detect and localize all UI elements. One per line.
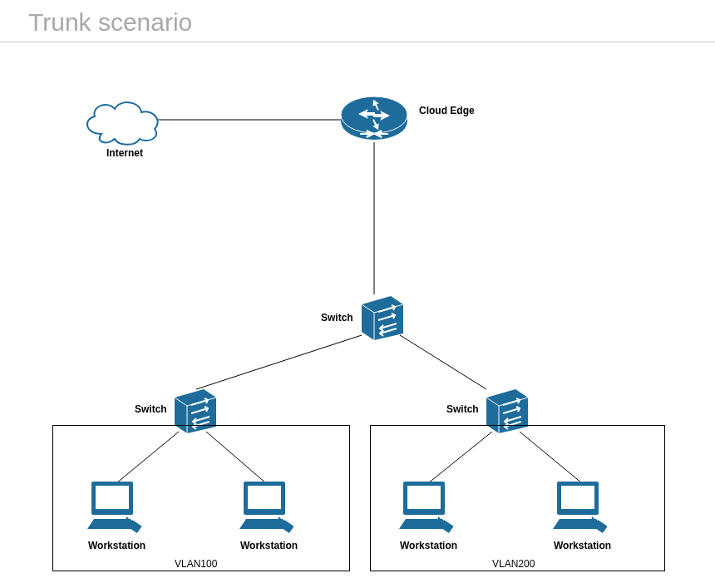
svg-line-2 bbox=[196, 335, 362, 389]
diagram-canvas: Internet Cloud Edge Switch Switch Switch… bbox=[0, 42, 715, 588]
cloud-edge-label: Cloud Edge bbox=[419, 105, 475, 116]
page-title: Trunk scenario bbox=[28, 8, 192, 37]
svg-line-3 bbox=[400, 335, 486, 389]
internet-label: Internet bbox=[106, 147, 143, 159]
cloud-icon bbox=[76, 92, 176, 151]
vlan-right-label: VLAN200 bbox=[492, 558, 535, 570]
switch-icon bbox=[353, 292, 412, 342]
switch-top-label: Switch bbox=[321, 312, 353, 324]
switch-left-label: Switch bbox=[135, 403, 167, 415]
vlan-left-group bbox=[52, 425, 350, 571]
vlan-left-label: VLAN100 bbox=[175, 558, 217, 570]
switch-right-label: Switch bbox=[446, 403, 479, 415]
vlan-right-group bbox=[370, 425, 665, 571]
router-icon bbox=[337, 92, 412, 151]
